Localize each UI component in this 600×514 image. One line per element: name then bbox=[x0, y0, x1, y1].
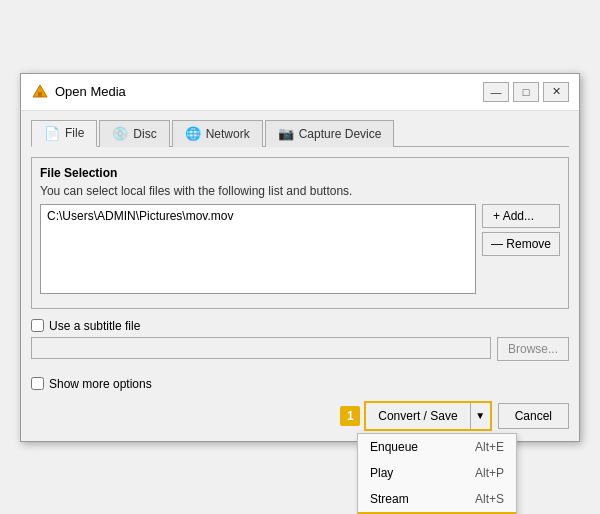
convert-save-button[interactable]: Convert / Save bbox=[366, 404, 469, 428]
show-more-text: Show more options bbox=[49, 377, 152, 391]
show-more-row: Show more options bbox=[31, 377, 569, 391]
subtitle-path-input[interactable] bbox=[31, 337, 491, 359]
dropdown-item-play[interactable]: Play Alt+P bbox=[358, 460, 516, 486]
remove-button[interactable]: — Remove bbox=[482, 232, 560, 256]
stream-label: Stream bbox=[370, 492, 409, 506]
file-tab-icon: 📄 bbox=[44, 126, 60, 141]
tab-disc-label: Disc bbox=[133, 127, 156, 141]
play-label: Play bbox=[370, 466, 393, 480]
close-button[interactable]: ✕ bbox=[543, 82, 569, 102]
bottom-row: 1 Convert / Save ▼ Cancel Enqueue Alt+E … bbox=[31, 401, 569, 431]
cancel-button[interactable]: Cancel bbox=[498, 403, 569, 429]
svg-rect-1 bbox=[38, 92, 42, 97]
title-bar-controls: — □ ✕ bbox=[483, 82, 569, 102]
file-list[interactable]: C:\Users\ADMIN\Pictures\mov.mov bbox=[40, 204, 476, 294]
convert-save-group: Convert / Save ▼ bbox=[364, 401, 491, 431]
capture-tab-icon: 📷 bbox=[278, 126, 294, 141]
file-selection-section: File Selection You can select local file… bbox=[31, 157, 569, 309]
tab-capture-label: Capture Device bbox=[299, 127, 382, 141]
dropdown-menu: Enqueue Alt+E Play Alt+P Stream Alt+S 2 … bbox=[357, 433, 517, 515]
step1-row: 1 Convert / Save ▼ bbox=[340, 401, 491, 431]
subtitle-checkbox-label[interactable]: Use a subtitle file bbox=[31, 319, 140, 333]
tab-bar: 📄 File 💿 Disc 🌐 Network 📷 Capture Device bbox=[31, 119, 569, 147]
dropdown-item-stream[interactable]: Stream Alt+S bbox=[358, 486, 516, 512]
subtitle-row: Use a subtitle file bbox=[31, 319, 569, 333]
file-selection-desc: You can select local files with the foll… bbox=[40, 184, 560, 198]
convert-save-dropdown-arrow[interactable]: ▼ bbox=[470, 403, 490, 429]
enqueue-label: Enqueue bbox=[370, 440, 418, 454]
play-shortcut: Alt+P bbox=[475, 466, 504, 480]
step1-badge: 1 bbox=[340, 406, 360, 426]
add-button[interactable]: + Add... bbox=[482, 204, 560, 228]
window-body: 📄 File 💿 Disc 🌐 Network 📷 Capture Device… bbox=[21, 111, 579, 441]
file-path: C:\Users\ADMIN\Pictures\mov.mov bbox=[41, 205, 475, 227]
disc-tab-icon: 💿 bbox=[112, 126, 128, 141]
browse-button[interactable]: Browse... bbox=[497, 337, 569, 361]
stream-shortcut: Alt+S bbox=[475, 492, 504, 506]
subtitle-input-row: Browse... bbox=[31, 337, 569, 361]
open-media-window: Open Media — □ ✕ 📄 File 💿 Disc 🌐 Network bbox=[20, 73, 580, 442]
show-more-checkbox[interactable] bbox=[31, 377, 44, 390]
dropdown-item-enqueue[interactable]: Enqueue Alt+E bbox=[358, 434, 516, 460]
tab-file[interactable]: 📄 File bbox=[31, 120, 97, 147]
show-more-label[interactable]: Show more options bbox=[31, 377, 152, 391]
file-row: C:\Users\ADMIN\Pictures\mov.mov + Add...… bbox=[40, 204, 560, 300]
title-bar-left: Open Media bbox=[31, 83, 126, 101]
subtitle-checkbox[interactable] bbox=[31, 319, 44, 332]
title-bar: Open Media — □ ✕ bbox=[21, 74, 579, 111]
tab-disc[interactable]: 💿 Disc bbox=[99, 120, 169, 147]
minimize-button[interactable]: — bbox=[483, 82, 509, 102]
tab-network-label: Network bbox=[206, 127, 250, 141]
network-tab-icon: 🌐 bbox=[185, 126, 201, 141]
vlc-icon bbox=[31, 83, 49, 101]
tab-file-label: File bbox=[65, 126, 84, 140]
enqueue-shortcut: Alt+E bbox=[475, 440, 504, 454]
file-selection-title: File Selection bbox=[40, 166, 560, 180]
window-title: Open Media bbox=[55, 84, 126, 99]
subtitle-label-text: Use a subtitle file bbox=[49, 319, 140, 333]
maximize-button[interactable]: □ bbox=[513, 82, 539, 102]
tab-network[interactable]: 🌐 Network bbox=[172, 120, 263, 147]
file-buttons: + Add... — Remove bbox=[482, 204, 560, 256]
tab-capture[interactable]: 📷 Capture Device bbox=[265, 120, 395, 147]
